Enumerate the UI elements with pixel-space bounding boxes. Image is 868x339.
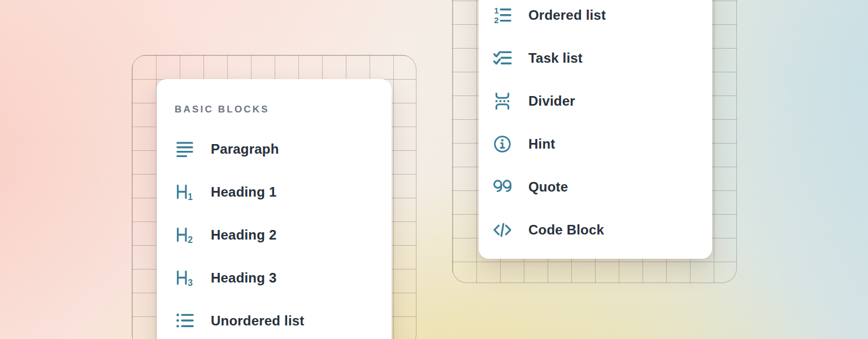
menu-item-unordered-list[interactable]: Unordered list [175, 299, 392, 339]
svg-text:2: 2 [188, 235, 193, 245]
basic-blocks-list: Paragraph 1Heading 1 2Heading 2 3Heading… [157, 128, 392, 339]
basic-blocks-menu: BASIC BLOCKS Paragraph 1Heading 1 2Headi… [157, 79, 392, 339]
svg-text:2: 2 [494, 16, 498, 25]
menu-item-label: Code Block [528, 222, 604, 238]
menu-item-label: Paragraph [211, 141, 279, 157]
heading-3-icon: 3 [175, 268, 195, 288]
menu-item-ordered-list[interactable]: 1 2 Ordered list [492, 0, 712, 37]
menu-item-label: Quote [528, 179, 568, 195]
menu-item-label: Heading 3 [211, 270, 277, 286]
quote-icon [492, 177, 513, 197]
menu-item-label: Heading 2 [211, 227, 277, 243]
menu-item-heading-3[interactable]: 3Heading 3 [175, 257, 392, 299]
menu-item-label: Heading 1 [211, 184, 277, 200]
menu-item-label: Divider [528, 93, 575, 109]
menu-item-label: Ordered list [528, 7, 606, 23]
menu-item-hint[interactable]: Hint [492, 123, 712, 166]
menu-item-quote[interactable]: Quote [492, 166, 712, 208]
section-label: BASIC BLOCKS [175, 104, 270, 115]
menu-item-divider[interactable]: Divider [492, 80, 712, 123]
divider-icon [492, 91, 513, 111]
unordered-list-icon [175, 311, 195, 331]
menu-item-heading-2[interactable]: 2Heading 2 [175, 214, 392, 257]
menu-item-label: Hint [528, 136, 555, 152]
task-list-icon [492, 48, 513, 68]
paragraph-icon [175, 139, 195, 159]
heading-2-icon: 2 [175, 225, 195, 245]
svg-text:1: 1 [494, 6, 498, 15]
menu-item-heading-1[interactable]: 1Heading 1 [175, 171, 392, 214]
menu-item-label: Unordered list [211, 313, 305, 329]
menu-item-code-block[interactable]: Code Block [492, 208, 712, 251]
heading-1-icon: 1 [175, 182, 195, 202]
code-block-icon [492, 220, 513, 240]
svg-text:3: 3 [188, 278, 193, 288]
svg-text:1: 1 [188, 192, 193, 202]
ordered-list-icon: 1 2 [492, 5, 513, 25]
menu-item-paragraph[interactable]: Paragraph [175, 128, 392, 171]
menu-item-task-list[interactable]: Task list [492, 37, 712, 80]
insert-blocks-menu: 1 2 Ordered list Task list Divider Hint … [479, 0, 712, 259]
hint-icon [492, 134, 513, 154]
insert-blocks-list: 1 2 Ordered list Task list Divider Hint … [479, 0, 712, 251]
menu-item-label: Task list [528, 50, 583, 66]
